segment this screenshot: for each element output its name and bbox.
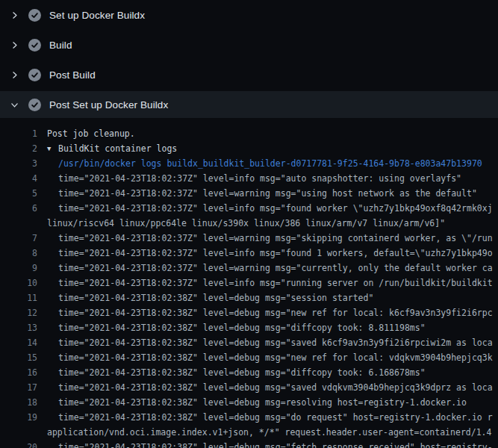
log-line-text: time="2021-04-23T18:02:38Z" level=debug … [58, 320, 426, 335]
log-line-number[interactable]: 20 [0, 440, 37, 448]
log-line-text: time="2021-04-23T18:02:38Z" level=debug … [58, 410, 493, 425]
check-circle-icon [28, 9, 41, 22]
chevron-right-icon[interactable] [9, 69, 19, 80]
log-line-text: time="2021-04-23T18:02:37Z" level=warnin… [58, 261, 493, 276]
chevron-right-icon[interactable] [9, 10, 19, 20]
step-header-post-set-up-docker-buildx[interactable]: Post Set up Docker Buildx [0, 91, 498, 118]
log-line-number[interactable] [0, 216, 37, 231]
log-line: 7 time="2021-04-23T18:02:37Z" level=warn… [0, 231, 498, 246]
collapse-triangle-icon[interactable]: ▼ [47, 141, 58, 156]
log-line: 10 time="2021-04-23T18:02:37Z" level=inf… [0, 276, 498, 290]
log-line: 4 time="2021-04-23T18:02:37Z" level=info… [0, 171, 498, 186]
log-line-number[interactable]: 10 [0, 276, 37, 290]
log-line-text: time="2021-04-23T18:02:38Z" level=debug … [58, 350, 493, 365]
log-line: 17 time="2021-04-23T18:02:38Z" level=deb… [0, 380, 498, 395]
log-line-number[interactable]: 14 [0, 335, 37, 350]
step-title: Set up Docker Buildx [49, 10, 145, 21]
log-line-number[interactable]: 11 [0, 290, 37, 305]
step-header-post-build[interactable]: Post Build [0, 60, 498, 90]
log-line-text: time="2021-04-23T18:02:38Z" level=debug … [58, 305, 493, 320]
log-line: 9 time="2021-04-23T18:02:37Z" level=warn… [0, 261, 498, 276]
log-line: 15 time="2021-04-23T18:02:38Z" level=deb… [0, 350, 498, 365]
log-line-number[interactable]: 18 [0, 395, 37, 410]
log-line: 13 time="2021-04-23T18:02:38Z" level=deb… [0, 320, 498, 335]
chevron-down-icon[interactable] [9, 99, 19, 110]
log-line: application/vnd.oci.image.index.v1+json,… [0, 425, 498, 440]
log-line-number[interactable]: 7 [0, 231, 37, 246]
log-line-number[interactable]: 2 [0, 141, 37, 156]
log-line-text: time="2021-04-23T18:02:38Z" level=debug … [58, 365, 426, 380]
step-title: Post Set up Docker Buildx [49, 99, 168, 111]
log-line: 12 time="2021-04-23T18:02:38Z" level=deb… [0, 305, 498, 320]
step-title: Post Build [49, 69, 96, 81]
log-line-text: time="2021-04-23T18:02:38Z" level=debug … [58, 380, 493, 395]
log-line: linux/riscv64 linux/ppc64le linux/s390x … [0, 216, 498, 231]
log-line-number[interactable]: 6 [0, 201, 37, 216]
log-line: 18 time="2021-04-23T18:02:38Z" level=deb… [0, 395, 498, 410]
log-line-number[interactable]: 9 [0, 261, 37, 276]
log-line[interactable]: 2 ▼ BuildKit container logs [0, 141, 498, 156]
step-list: Set up Docker Buildx Build Post Build Po… [0, 0, 498, 118]
log-line: 3 /usr/bin/docker logs buildx_buildkit_b… [0, 156, 498, 171]
log-line-text: application/vnd.oci.image.index.v1+json,… [47, 425, 491, 440]
check-circle-icon [28, 39, 41, 52]
log-line-text: time="2021-04-23T18:02:38Z" level=debug … [58, 335, 493, 350]
log-line: 16 time="2021-04-23T18:02:38Z" level=deb… [0, 365, 498, 380]
log-line: 14 time="2021-04-23T18:02:38Z" level=deb… [0, 335, 498, 350]
log-line-number[interactable] [0, 425, 37, 440]
log-line: 8 time="2021-04-23T18:02:37Z" level=info… [0, 246, 498, 261]
log-line-text: time="2021-04-23T18:02:38Z" level=debug … [58, 290, 373, 305]
log-line-text: time="2021-04-23T18:02:37Z" level=info m… [58, 246, 493, 261]
log-line-number[interactable]: 13 [0, 320, 37, 335]
step-title: Build [49, 40, 72, 51]
log-area: 1 Post job cleanup. 2 ▼ BuildKit contain… [0, 119, 498, 448]
log-line-number[interactable]: 3 [0, 156, 37, 171]
step-header-build[interactable]: Build [0, 30, 498, 60]
step-header-set-up-docker-buildx[interactable]: Set up Docker Buildx [0, 0, 498, 30]
log-line-number[interactable]: 16 [0, 365, 37, 380]
log-line-text: Post job cleanup. [47, 126, 135, 141]
log-line-text: time="2021-04-23T18:02:37Z" level=info m… [58, 201, 493, 216]
log-line-number[interactable]: 12 [0, 305, 37, 320]
log-line-number[interactable]: 15 [0, 350, 37, 365]
log-line-number[interactable]: 4 [0, 171, 37, 186]
log-line-text: /usr/bin/docker logs buildx_buildkit_bui… [58, 156, 482, 171]
log-line-number[interactable]: 8 [0, 246, 37, 261]
log-line-number[interactable]: 1 [0, 126, 37, 141]
log-line: 19 time="2021-04-23T18:02:38Z" level=deb… [0, 410, 498, 425]
check-circle-icon [28, 99, 41, 111]
log-line-number[interactable]: 17 [0, 380, 37, 395]
check-circle-icon [28, 69, 41, 81]
log-line-text: time="2021-04-23T18:02:37Z" level=info m… [58, 171, 461, 186]
log-line-text: time="2021-04-23T18:02:37Z" level=warnin… [58, 186, 477, 201]
log-line-text: time="2021-04-23T18:02:37Z" level=warnin… [58, 231, 493, 246]
log-line-text: time="2021-04-23T18:02:37Z" level=info m… [58, 276, 493, 290]
log-line-text: time="2021-04-23T18:02:38Z" level=debug … [58, 440, 493, 448]
log-line: 6 time="2021-04-23T18:02:37Z" level=info… [0, 201, 498, 216]
log-line: 5 time="2021-04-23T18:02:37Z" level=warn… [0, 186, 498, 201]
actions-log-viewer: Set up Docker Buildx Build Post Build Po… [0, 0, 498, 448]
log-line: 20 time="2021-04-23T18:02:38Z" level=deb… [0, 440, 498, 448]
log-line-number[interactable]: 5 [0, 186, 37, 201]
log-line-text: time="2021-04-23T18:02:38Z" level=debug … [58, 395, 467, 410]
log-line: 11 time="2021-04-23T18:02:38Z" level=deb… [0, 290, 498, 305]
log-line-text: linux/riscv64 linux/ppc64le linux/s390x … [47, 216, 445, 231]
chevron-right-icon[interactable] [9, 40, 19, 50]
log-line-text: BuildKit container logs [58, 141, 177, 156]
log-line: 1 Post job cleanup. [0, 126, 498, 141]
log-line-number[interactable]: 19 [0, 410, 37, 425]
